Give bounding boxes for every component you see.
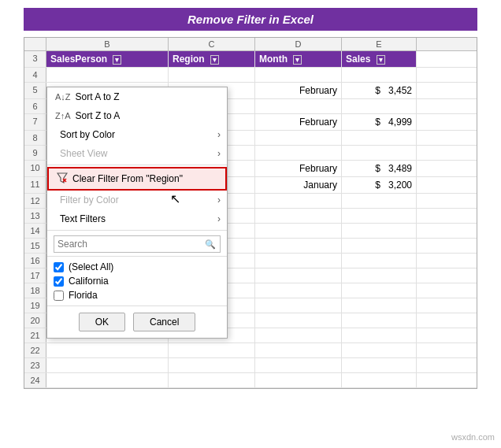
cell-e7: $ 4,999 xyxy=(342,114,417,130)
row-num: 9 xyxy=(24,146,46,160)
filter-by-color-item[interactable]: Filter by Color › xyxy=(47,191,227,209)
cell-d10: February xyxy=(255,161,342,176)
header-region: Region ▾ xyxy=(169,51,255,67)
row-num-3: 3 xyxy=(24,51,46,67)
row-num: 20 xyxy=(24,313,46,328)
checkbox-california[interactable] xyxy=(54,276,64,287)
header-sales: Sales ▾ xyxy=(342,51,417,67)
florida-label: Florida xyxy=(69,290,98,301)
sort-by-color-item[interactable]: Sort by Color › xyxy=(47,125,227,144)
row-num: 23 xyxy=(24,358,46,372)
sort-az-item[interactable]: A↓Z Sort A to Z xyxy=(47,87,227,106)
check-florida[interactable]: Florida xyxy=(54,288,221,302)
sort-za-icon: Z↑A xyxy=(55,111,71,120)
menu-divider-1 xyxy=(47,165,227,165)
sort-az-label: Sort A to Z xyxy=(76,91,120,102)
clear-filter-label: Clear Filter From "Region" xyxy=(72,173,183,184)
sort-za-item[interactable]: Z↑A Sort Z to A xyxy=(47,106,227,125)
row-num: 5 xyxy=(24,83,46,98)
col-header-c: C xyxy=(169,38,255,50)
filter-btn-month[interactable]: ▾ xyxy=(293,55,302,65)
cell-e5: $ 3,452 xyxy=(342,83,417,98)
filter-btn-salesperson[interactable]: ▾ xyxy=(113,55,121,65)
filter-dropdown: A↓Z Sort A to Z Z↑A Sort Z to A Sort by … xyxy=(46,87,228,339)
arrow-icon: › xyxy=(217,129,221,140)
sort-az-icon: A↓Z xyxy=(55,92,71,102)
filter-btn-sales[interactable]: ▾ xyxy=(377,55,385,65)
cell-d6 xyxy=(255,99,342,113)
sort-by-color-label: Sort by Color xyxy=(60,129,115,140)
cancel-button[interactable]: Cancel xyxy=(133,313,195,331)
row-num: 15 xyxy=(24,239,46,253)
watermark: wsxdn.com xyxy=(451,432,495,442)
title-bar: Remove Filter in Excel xyxy=(24,8,477,31)
row-num: 18 xyxy=(24,283,46,298)
clear-filter-icon xyxy=(57,172,68,185)
sort-za-label: Sort Z to A xyxy=(76,110,121,121)
ok-button[interactable]: OK xyxy=(79,313,125,331)
arrow-icon-sv: › xyxy=(217,148,221,159)
cell-c4 xyxy=(169,68,255,82)
row-num: 21 xyxy=(24,328,46,342)
table-row: 22 xyxy=(24,343,477,358)
cell-e8 xyxy=(342,131,417,145)
column-headers: B C D E xyxy=(24,38,477,51)
row-num: 14 xyxy=(24,224,46,238)
page-title: Remove Filter in Excel xyxy=(187,13,314,26)
row-num: 16 xyxy=(24,254,46,268)
row-num: 13 xyxy=(24,209,46,223)
cell-e6 xyxy=(342,99,417,113)
row-num: 11 xyxy=(24,177,46,193)
checkbox-select-all[interactable] xyxy=(54,262,64,272)
spreadsheet: B C D E 3 SalesPerson ▾ Region ▾ Month ▾… xyxy=(24,37,477,389)
row-num: 12 xyxy=(24,194,46,208)
col-header-d: D xyxy=(255,38,342,50)
header-salesperson: SalesPerson ▾ xyxy=(46,51,169,67)
row-num: 7 xyxy=(24,114,46,130)
california-label: California xyxy=(69,276,109,287)
arrow-icon-tf: › xyxy=(217,213,221,224)
header-month: Month ▾ xyxy=(255,51,342,67)
row-num: 4 xyxy=(24,68,46,82)
search-icon: 🔍 xyxy=(205,239,216,250)
filter-by-color-label: Filter by Color xyxy=(60,194,119,205)
col-header-b: B xyxy=(46,38,169,50)
row-num: 17 xyxy=(24,268,46,283)
select-all-label: (Select All) xyxy=(69,261,113,272)
cell-e9 xyxy=(342,146,417,160)
table-row: 4 xyxy=(24,68,477,83)
cell-d9 xyxy=(255,146,342,160)
check-california[interactable]: California xyxy=(54,274,221,288)
col-header-rownum xyxy=(24,38,46,50)
cell-d7: February xyxy=(255,114,342,130)
checklist-area: (Select All) California Florida xyxy=(47,257,227,305)
search-box-wrap: 🔍 xyxy=(47,232,227,257)
filter-btn-region[interactable]: ▾ xyxy=(210,55,219,65)
checkbox-florida[interactable] xyxy=(54,291,64,301)
bottom-buttons: OK Cancel xyxy=(47,305,227,338)
table-row: 23 xyxy=(24,358,477,373)
row-num: 10 xyxy=(24,161,46,176)
menu-divider-2 xyxy=(47,230,227,231)
table-row: 24 xyxy=(24,373,477,388)
text-filters-label: Text Filters xyxy=(60,213,106,224)
sheet-view-item[interactable]: Sheet View › xyxy=(47,144,227,163)
cell-b4 xyxy=(46,68,169,82)
table-header-row: 3 SalesPerson ▾ Region ▾ Month ▾ Sales ▾ xyxy=(24,51,477,68)
clear-filter-item[interactable]: Clear Filter From "Region" xyxy=(47,167,227,191)
arrow-icon-fc: › xyxy=(217,194,221,205)
cell-d8 xyxy=(255,131,342,145)
cell-e10: $ 3,489 xyxy=(342,161,417,176)
sheet-view-label: Sheet View xyxy=(60,148,108,159)
text-filters-item[interactable]: Text Filters › xyxy=(47,209,227,228)
cell-d4 xyxy=(255,68,342,82)
check-select-all[interactable]: (Select All) xyxy=(54,260,221,274)
cell-d11: January xyxy=(255,177,342,193)
row-num: 22 xyxy=(24,343,46,357)
row-num: 6 xyxy=(24,99,46,113)
cell-e4 xyxy=(342,68,417,82)
cell-e11: $ 3,200 xyxy=(342,177,417,193)
row-num: 8 xyxy=(24,131,46,145)
search-input[interactable] xyxy=(54,235,221,253)
row-num: 19 xyxy=(24,298,46,313)
